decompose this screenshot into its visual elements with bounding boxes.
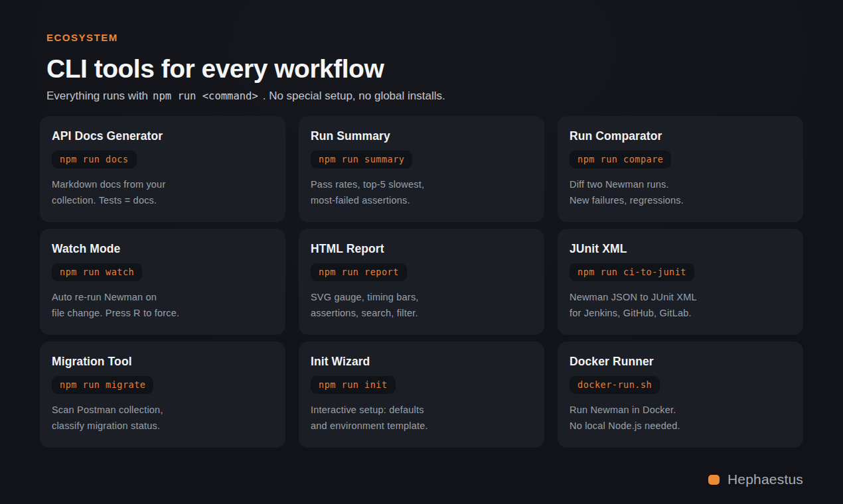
card-description-line: Newman JSON to JUnit XML (570, 289, 791, 305)
card-description: Newman JSON to JUnit XML for Jenkins, Gi… (570, 289, 791, 321)
card-description-line: Auto re-run Newman on (52, 289, 273, 305)
card-title: Run Comparator (570, 129, 791, 143)
tool-card-grid: API Docs Generator npm run docs Markdown… (40, 116, 803, 448)
card-title: HTML Report (311, 242, 532, 256)
card-title: Run Summary (311, 129, 532, 143)
ecosystem-page: ECOSYSTEM CLI tools for every workflow E… (0, 0, 843, 504)
card-description: Auto re-run Newman on file change. Press… (52, 289, 273, 321)
tool-card-init-wizard: Init Wizard npm run init Interactive set… (299, 342, 544, 448)
brand-name: Hephaestus (728, 472, 803, 487)
card-description: Run Newman in Docker. No local Node.js n… (570, 402, 791, 434)
card-title: API Docs Generator (52, 129, 273, 143)
card-description-line: Markdown docs from your (52, 176, 273, 192)
brand-logo-icon (708, 475, 720, 485)
card-description-line: New failures, regressions. (570, 192, 791, 208)
card-command-badge: npm run report (311, 263, 407, 281)
card-command-badge: npm run ci-to-junit (570, 263, 694, 281)
card-command-badge: npm run watch (52, 263, 142, 281)
card-description-line: Interactive setup: defaults (311, 402, 532, 418)
tool-card-junit-xml: JUnit XML npm run ci-to-junit Newman JSO… (558, 229, 803, 335)
card-title: Init Wizard (311, 355, 532, 369)
card-title: Docker Runner (570, 355, 791, 369)
page-title: CLI tools for every workflow (46, 54, 803, 84)
tool-card-run-summary: Run Summary npm run summary Pass rates, … (299, 116, 544, 222)
tool-card-run-comparator: Run Comparator npm run compare Diff two … (558, 116, 803, 222)
card-command-badge: docker-run.sh (570, 376, 660, 394)
card-description-line: classify migration status. (52, 418, 273, 434)
card-description-line: Pass rates, top-5 slowest, (311, 176, 532, 192)
card-command-badge: npm run docs (52, 151, 137, 168)
card-command-badge: npm run migrate (52, 376, 153, 394)
card-description-line: file change. Press R to force. (52, 305, 273, 321)
eyebrow-label: ECOSYSTEM (46, 32, 803, 43)
card-title: JUnit XML (570, 242, 791, 256)
tool-card-html-report: HTML Report npm run report SVG gauge, ti… (299, 229, 544, 335)
subtitle-suffix: . No special setup, no global installs. (263, 90, 445, 102)
card-command-badge: npm run compare (570, 151, 671, 168)
subtitle-prefix: Everything runs with (46, 90, 148, 102)
page-footer: Hephaestus (40, 472, 803, 487)
page-header: ECOSYSTEM CLI tools for every workflow E… (40, 0, 803, 104)
card-description-line: assertions, search, filter. (311, 305, 532, 321)
card-description-line: SVG gauge, timing bars, (311, 289, 532, 305)
card-command-badge: npm run init (311, 376, 396, 394)
subtitle-inline-code: npm run <command> (153, 90, 258, 102)
card-description: SVG gauge, timing bars, assertions, sear… (311, 289, 532, 321)
card-description: Scan Postman collection, classify migrat… (52, 402, 273, 434)
card-description: Interactive setup: defaults and environm… (311, 402, 532, 434)
card-description: Pass rates, top-5 slowest, most-failed a… (311, 176, 532, 208)
card-description: Markdown docs from your collection. Test… (52, 176, 273, 208)
card-description: Diff two Newman runs. New failures, regr… (570, 176, 791, 208)
page-subtitle: Everything runs withnpm run <command>. N… (46, 88, 803, 104)
card-description-line: collection. Tests = docs. (52, 192, 273, 208)
card-title: Watch Mode (52, 242, 273, 256)
card-title: Migration Tool (52, 355, 273, 369)
card-description-line: most-failed assertions. (311, 192, 532, 208)
tool-card-api-docs-generator: API Docs Generator npm run docs Markdown… (40, 116, 285, 222)
card-description-line: and environment template. (311, 418, 532, 434)
card-description-line: Diff two Newman runs. (570, 176, 791, 192)
card-description-line: No local Node.js needed. (570, 418, 791, 434)
card-description-line: for Jenkins, GitHub, GitLab. (570, 305, 791, 321)
card-command-badge: npm run summary (311, 151, 412, 168)
card-description-line: Scan Postman collection, (52, 402, 273, 418)
tool-card-migration-tool: Migration Tool npm run migrate Scan Post… (40, 342, 285, 448)
tool-card-watch-mode: Watch Mode npm run watch Auto re-run New… (40, 229, 285, 335)
card-description-line: Run Newman in Docker. (570, 402, 791, 418)
tool-card-docker-runner: Docker Runner docker-run.sh Run Newman i… (558, 342, 803, 448)
